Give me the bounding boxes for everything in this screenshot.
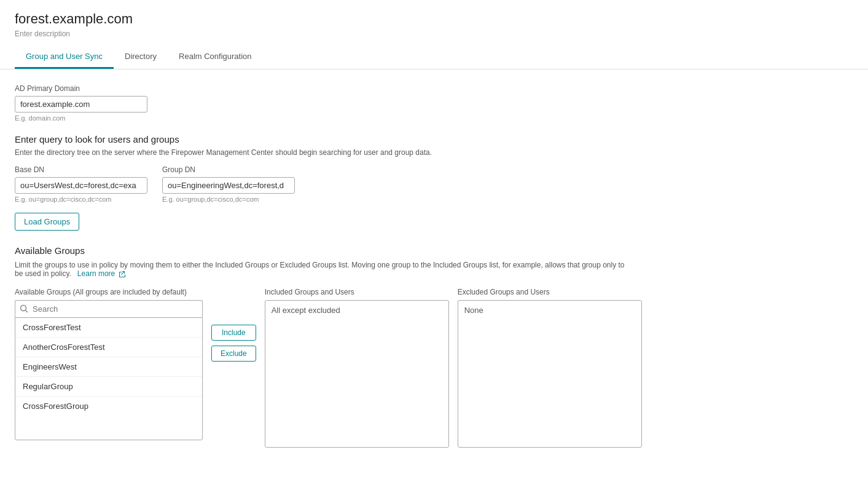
- include-button[interactable]: Include: [211, 325, 256, 341]
- ad-primary-domain-label: AD Primary Domain: [15, 84, 853, 93]
- learn-more-link[interactable]: Learn more: [76, 269, 126, 278]
- list-item[interactable]: EngineersWest: [15, 357, 202, 377]
- content-area: AD Primary Domain E.g. domain.com Enter …: [0, 69, 868, 462]
- base-dn-input[interactable]: [15, 177, 147, 194]
- tabs-nav: Group and User Sync Directory Realm Conf…: [15, 46, 853, 69]
- base-dn-field: Base DN E.g. ou=group,dc=cisco,dc=com: [15, 165, 147, 203]
- group-dn-field: Group DN E.g. ou=group,dc=cisco,dc=com: [162, 165, 295, 203]
- list-item[interactable]: RegularGroup: [15, 377, 202, 397]
- available-groups-desc: Limit the groups to use in policy by mov…: [15, 261, 629, 278]
- list-item[interactable]: CrossForestTest: [15, 318, 202, 338]
- search-input[interactable]: [15, 300, 203, 317]
- ad-primary-domain-input[interactable]: [15, 96, 147, 113]
- dn-row: Base DN E.g. ou=group,dc=cisco,dc=com Gr…: [15, 165, 853, 203]
- base-dn-label: Base DN: [15, 165, 147, 174]
- groups-list: CrossForestTest AnotherCrosForestTest En…: [15, 317, 203, 440]
- available-groups-column: Available Groups (All groups are include…: [15, 288, 203, 440]
- available-groups-title: Available Groups: [15, 245, 853, 256]
- group-dn-hint: E.g. ou=group,dc=cisco,dc=com: [162, 196, 295, 203]
- excluded-groups-list: None: [458, 300, 642, 448]
- ad-primary-domain-section: AD Primary Domain E.g. domain.com: [15, 84, 853, 122]
- list-item[interactable]: AnotherCrosForestTest: [15, 338, 202, 357]
- group-dn-input[interactable]: [162, 177, 295, 194]
- page-wrapper: forest.example.com Enter description Gro…: [0, 0, 868, 479]
- svg-line-1: [26, 311, 28, 313]
- included-groups-col-label: Included Groups and Users: [265, 288, 449, 296]
- load-groups-button[interactable]: Load Groups: [15, 213, 79, 231]
- included-groups-list: All except excluded: [265, 300, 449, 448]
- include-exclude-col: Include Exclude: [203, 325, 265, 362]
- excluded-groups-col-label: Excluded Groups and Users: [458, 288, 642, 296]
- list-item[interactable]: CrossForestGroup: [15, 397, 202, 416]
- available-groups-col-label: Available Groups (All groups are include…: [15, 288, 203, 296]
- available-groups-section: Available Groups Limit the groups to use…: [15, 245, 853, 448]
- included-groups-value: All except excluded: [272, 306, 340, 315]
- svg-point-0: [21, 306, 26, 311]
- search-wrapper: [15, 300, 203, 317]
- query-section-desc: Enter the directory tree on the server w…: [15, 148, 482, 157]
- external-link-icon: [119, 271, 126, 278]
- header-area: forest.example.com Enter description Gro…: [0, 0, 868, 69]
- groups-layout: Available Groups (All groups are include…: [15, 288, 853, 448]
- query-section-title: Enter query to look for users and groups: [15, 134, 853, 144]
- tab-directory[interactable]: Directory: [114, 46, 168, 69]
- excluded-groups-column: Excluded Groups and Users None: [458, 288, 642, 448]
- exclude-button[interactable]: Exclude: [211, 346, 256, 362]
- query-section: Enter query to look for users and groups…: [15, 134, 853, 231]
- group-dn-label: Group DN: [162, 165, 295, 174]
- page-description: Enter description: [15, 30, 853, 38]
- ad-primary-domain-hint: E.g. domain.com: [15, 114, 853, 122]
- excluded-groups-value: None: [464, 306, 483, 315]
- base-dn-hint: E.g. ou=group,dc=cisco,dc=com: [15, 196, 147, 203]
- page-title: forest.example.com: [15, 11, 853, 27]
- included-groups-column: Included Groups and Users All except exc…: [265, 288, 449, 448]
- search-icon: [20, 304, 28, 313]
- tab-realm-configuration[interactable]: Realm Configuration: [168, 46, 263, 69]
- tab-group-user-sync[interactable]: Group and User Sync: [15, 46, 114, 69]
